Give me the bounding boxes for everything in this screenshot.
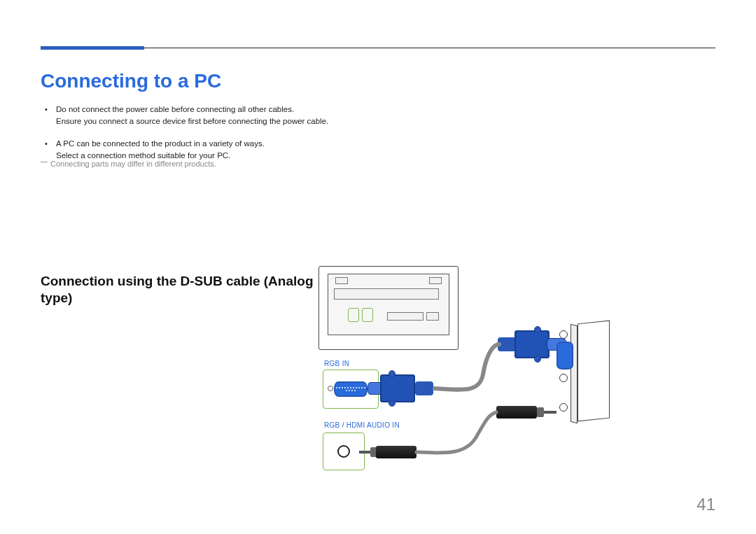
- pc-screw-icon: [559, 374, 568, 382]
- audio-plug-body: [496, 406, 537, 419]
- pc-screw-icon: [559, 330, 568, 339]
- rgb-in-label: RGB IN: [324, 360, 349, 367]
- bullet-text-line: Ensure you connect a source device first…: [56, 115, 437, 127]
- audio-port-highlight: [362, 308, 373, 322]
- panel-slot: [429, 277, 442, 284]
- footnote: Connecting parts may differ in different…: [41, 160, 216, 168]
- panel-slot: [426, 312, 439, 321]
- pc-tower-side: [570, 324, 578, 423]
- panel-slot: [387, 312, 424, 321]
- bullet-text-line: Do not connect the power cable before co…: [56, 105, 294, 113]
- vga-port-socket: [334, 381, 368, 397]
- panel-port-strip: [334, 288, 439, 300]
- audio-collar: [537, 407, 544, 417]
- page-title: Connecting to a PC: [41, 70, 221, 92]
- audio-in-label: RGB / HDMI AUDIO IN: [324, 421, 400, 429]
- screw-icon: [328, 386, 333, 391]
- panel-slot: [335, 277, 348, 284]
- audio-plug-body: [376, 446, 416, 458]
- connection-diagram: RGB IN RGB / HDMI AUDIO IN: [318, 266, 718, 497]
- subsection-title: Connection using the D-SUB cable (Analog…: [41, 273, 321, 307]
- vga-thumbscrew-icon: [388, 400, 396, 407]
- audio-jack-socket: [337, 445, 350, 458]
- header-accent-bar: [41, 46, 144, 50]
- pc-vga-port: [556, 342, 573, 370]
- bullet-text-line: A PC can be connected to the product in …: [56, 139, 265, 148]
- vga-thumbscrew-icon: [388, 370, 396, 377]
- vga-plug-body: [514, 330, 550, 358]
- bullet-item: A PC can be connected to the product in …: [45, 138, 437, 162]
- rgb-port-highlight: [348, 308, 359, 322]
- vga-strain-relief: [498, 337, 516, 351]
- pc-tower: [578, 321, 610, 422]
- vga-thumbscrew-icon: [534, 326, 541, 333]
- pc-audio-jack-icon: [559, 403, 568, 412]
- panel-inner: [328, 274, 449, 335]
- vga-strain-relief: [415, 381, 433, 395]
- vga-plug-body: [380, 374, 415, 402]
- audio-tip: [544, 411, 556, 414]
- vga-thumbscrew-icon: [534, 356, 541, 363]
- audio-in-port-box: [323, 433, 365, 470]
- page-number: 41: [696, 495, 715, 514]
- display-back-panel: [318, 266, 458, 350]
- bullet-item: Do not connect the power cable before co…: [45, 104, 437, 128]
